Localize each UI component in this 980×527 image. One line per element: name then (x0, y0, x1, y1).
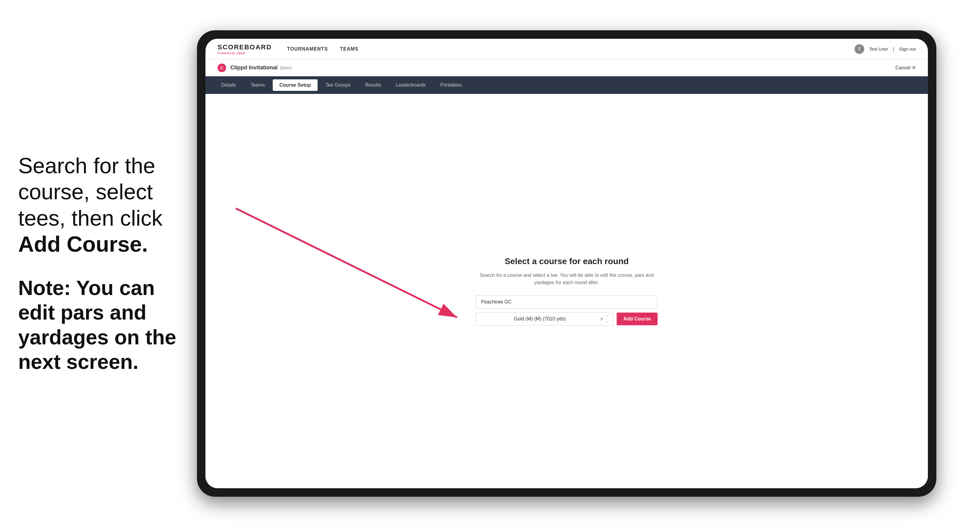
tablet-screen: SCOREBOARD Powered by clippd TOURNAMENTS… (205, 39, 928, 488)
tab-tee-groups[interactable]: Tee Groups (319, 79, 357, 91)
annotation-area: Search for the course, select tees, then… (0, 0, 206, 527)
course-form: Select a course for each round Search fo… (476, 257, 657, 325)
form-description: Search for a course and select a tee. Yo… (476, 272, 657, 286)
logo-title: SCOREBOARD (218, 43, 272, 51)
nav-tournaments[interactable]: TOURNAMENTS (287, 45, 328, 53)
app-header: SCOREBOARD Powered by clippd TOURNAMENTS… (205, 39, 928, 59)
main-content: Select a course for each round Search fo… (205, 94, 928, 488)
tournament-title: Clippd Invitational (230, 65, 278, 71)
tournament-icon: C (218, 63, 226, 72)
header-right: T Test User | Sign out (854, 44, 916, 54)
user-name: Test User (869, 46, 888, 51)
course-search-input[interactable] (476, 295, 657, 309)
annotation-note-text: Note: You can edit pars and yardages on … (18, 276, 188, 375)
tab-course-setup[interactable]: Course Setup (273, 79, 318, 91)
annotation-main-text: Search for the course, select tees, then… (18, 152, 188, 257)
tee-chevron-icon[interactable]: ⌃⌄ (606, 315, 609, 323)
tournament-subtitle: (Men) (280, 65, 292, 70)
nav-teams[interactable]: TEAMS (340, 45, 358, 53)
tee-clear-icon[interactable]: ✕ (600, 316, 604, 322)
user-avatar: T (854, 44, 864, 54)
logo-subtitle: Powered by clippd (218, 51, 272, 55)
tab-leaderboards[interactable]: Leaderboards (389, 79, 433, 91)
tee-select-row: Gold (M) (M) (7010 yds) ✕ ⌃⌄ Add Course (476, 312, 657, 325)
tournament-bar: C Clippd Invitational (Men) Cancel ✕ (205, 59, 928, 76)
tablet-container: SCOREBOARD Powered by clippd TOURNAMENTS… (197, 30, 936, 497)
tab-printables[interactable]: Printables (434, 79, 468, 91)
logo-area: SCOREBOARD Powered by clippd (218, 43, 272, 55)
sign-out-link[interactable]: Sign out (899, 46, 916, 51)
tab-teams[interactable]: Teams (244, 79, 272, 91)
main-nav: TOURNAMENTS TEAMS (287, 45, 854, 53)
tab-results[interactable]: Results (358, 79, 388, 91)
tab-navigation: Details Teams Course Setup Tee Groups Re… (205, 76, 928, 94)
add-course-button[interactable]: Add Course (617, 313, 657, 325)
tee-value: Gold (M) (M) (7010 yds) (480, 313, 600, 325)
tablet-shell: SCOREBOARD Powered by clippd TOURNAMENTS… (197, 30, 936, 497)
pipe-separator: | (893, 46, 894, 51)
tab-details[interactable]: Details (215, 79, 243, 91)
cancel-button[interactable]: Cancel ✕ (896, 65, 916, 71)
form-heading: Select a course for each round (476, 257, 657, 266)
